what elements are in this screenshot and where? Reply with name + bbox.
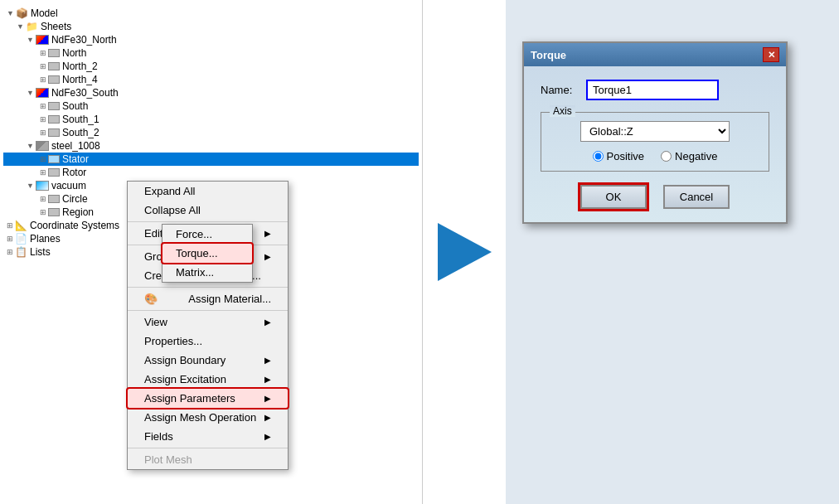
south-label: South — [62, 100, 88, 112]
radio-row: Positive Negative — [554, 150, 756, 162]
menu-expand-all[interactable]: Expand All — [128, 182, 288, 201]
tree-south2[interactable]: ⊞ South_2 — [3, 126, 419, 139]
menu-assign-material[interactable]: 🎨 Assign Material... — [128, 289, 288, 308]
negative-label: Negative — [675, 150, 717, 162]
vacuum-label: vacuum — [51, 180, 86, 191]
expand-stator[interactable]: ⊞ — [40, 155, 46, 163]
ndfe30-north-label: NdFe30_North — [51, 34, 117, 46]
ndfe30-south-label: NdFe30_South — [51, 87, 119, 99]
south2-label: South_2 — [62, 127, 99, 138]
tree-ndfe30-south[interactable]: ▼ NdFe30_South — [3, 86, 419, 99]
axis-group-title: Axis — [550, 105, 575, 117]
north2-label: North_2 — [62, 61, 98, 72]
group-arrow: ▶ — [264, 252, 271, 261]
tree-ndfe30-north[interactable]: ▼ NdFe30_North — [3, 33, 419, 46]
coord-label: Coordinate Systems — [30, 220, 119, 231]
fields-arrow: ▶ — [264, 432, 271, 441]
tree-stator[interactable]: ⊞ Stator — [3, 153, 419, 166]
dialog-name-row: Name: — [541, 80, 769, 100]
axis-group: Axis Global::Z Global::X Global::Y Posit… — [541, 112, 769, 172]
negative-radio[interactable] — [661, 151, 672, 162]
name-label: Name: — [541, 84, 578, 96]
menu-assign-boundary[interactable]: Assign Boundary ▶ — [128, 351, 288, 370]
arrow-area — [423, 0, 506, 504]
north4-label: North_4 — [62, 74, 98, 85]
tree-north[interactable]: ⊞ North — [3, 46, 419, 60]
expand-ndfe30n[interactable]: ▼ — [27, 36, 34, 44]
tree-south1[interactable]: ⊞ South_1 — [3, 113, 419, 126]
axis-select[interactable]: Global::Z Global::X Global::Y — [580, 121, 730, 142]
positive-label: Positive — [607, 150, 645, 162]
expand-south1[interactable]: ⊞ — [40, 115, 46, 124]
submenu-matrix[interactable]: Matrix... — [162, 263, 252, 282]
tree-model[interactable]: ▼ 📦 Model — [3, 7, 419, 20]
submenu-torque[interactable]: Torque... — [162, 244, 252, 263]
menu-plot-mesh: Plot Mesh — [128, 450, 288, 469]
submenu-force[interactable]: Force... — [162, 225, 252, 244]
menu-fields[interactable]: Fields ▶ — [128, 427, 288, 446]
axis-select-row: Global::Z Global::X Global::Y — [554, 121, 756, 142]
dialog-body: Name: Axis Global::Z Global::X Global::Y — [524, 66, 786, 222]
tree-sheets[interactable]: ▼ 📁 Sheets — [3, 20, 419, 33]
expand-all-label: Expand All — [144, 185, 195, 197]
expand-south[interactable]: ⊞ — [40, 102, 46, 110]
expand-circle[interactable]: ⊞ — [40, 195, 46, 203]
plot-mesh-label: Plot Mesh — [144, 453, 192, 466]
sep5 — [128, 448, 288, 448]
expand-lists[interactable]: ⊞ — [7, 248, 13, 256]
torque-label: Torque... — [176, 247, 218, 259]
lists-label: Lists — [30, 246, 51, 258]
menu-view[interactable]: View ▶ — [128, 313, 288, 332]
view-arrow: ▶ — [264, 317, 271, 327]
tree-rotor[interactable]: ⊞ Rotor — [3, 166, 419, 179]
assign-boundary-label: Assign Boundary — [144, 354, 226, 366]
sep4 — [128, 310, 288, 311]
expand-sheets[interactable]: ▼ — [17, 22, 24, 31]
assign-boundary-arrow: ▶ — [264, 356, 271, 365]
ok-button[interactable]: OK — [580, 185, 647, 209]
menu-assign-excitation[interactable]: Assign Excitation ▶ — [128, 370, 288, 389]
dialog-close-button[interactable]: ✕ — [763, 47, 779, 62]
tree-north2[interactable]: ⊞ North_2 — [3, 60, 419, 73]
menu-properties[interactable]: Properties... — [128, 332, 288, 351]
expand-north4[interactable]: ⊞ — [40, 75, 46, 84]
steel-label: steel_1008 — [51, 140, 100, 152]
expand-north2[interactable]: ⊞ — [40, 62, 46, 70]
expand-north[interactable]: ⊞ — [40, 49, 46, 57]
tree-steel[interactable]: ▼ steel_1008 — [3, 139, 419, 153]
rotor-label: Rotor — [62, 167, 86, 178]
menu-assign-parameters[interactable]: Assign Parameters ▶ — [128, 389, 288, 408]
expand-rotor[interactable]: ⊞ — [40, 168, 46, 177]
assign-excitation-label: Assign Excitation — [144, 373, 226, 385]
assign-material-label: Assign Material... — [188, 293, 271, 305]
dialog-buttons: OK Cancel — [541, 185, 769, 209]
menu-assign-mesh[interactable]: Assign Mesh Operation ▶ — [128, 408, 288, 427]
expand-ndfe30s[interactable]: ▼ — [27, 89, 34, 97]
planes-label: Planes — [30, 233, 61, 245]
assign-parameters-submenu: Force... Torque... Matrix... — [162, 224, 253, 283]
expand-coord[interactable]: ⊞ — [7, 221, 13, 230]
menu-collapse-all[interactable]: Collapse All — [128, 201, 288, 220]
dialog-titlebar: Torque ✕ — [524, 43, 786, 66]
assign-parameters-arrow: ▶ — [264, 394, 271, 403]
torque-dialog: Torque ✕ Name: Axis Global::Z Global::X … — [522, 41, 788, 224]
positive-radio[interactable] — [593, 151, 604, 162]
expand-vacuum[interactable]: ▼ — [27, 182, 34, 190]
blue-arrow-icon — [438, 223, 492, 281]
assign-parameters-label: Assign Parameters — [144, 392, 235, 405]
expand-steel[interactable]: ▼ — [27, 142, 34, 150]
tree-north4[interactable]: ⊞ North_4 — [3, 73, 419, 86]
sheets-label: Sheets — [41, 21, 71, 32]
expand-region[interactable]: ⊞ — [40, 208, 46, 216]
region-label: Region — [62, 206, 94, 218]
assign-mesh-arrow: ▶ — [264, 413, 271, 422]
expand-planes[interactable]: ⊞ — [7, 235, 13, 243]
expand-south2[interactable]: ⊞ — [40, 128, 46, 137]
cancel-button[interactable]: Cancel — [663, 185, 730, 209]
expand-model[interactable]: ▼ — [7, 9, 14, 17]
north-label: North — [62, 47, 86, 59]
negative-radio-label[interactable]: Negative — [661, 150, 717, 162]
name-input[interactable] — [586, 80, 719, 100]
tree-south[interactable]: ⊞ South — [3, 99, 419, 113]
positive-radio-label[interactable]: Positive — [593, 150, 645, 162]
